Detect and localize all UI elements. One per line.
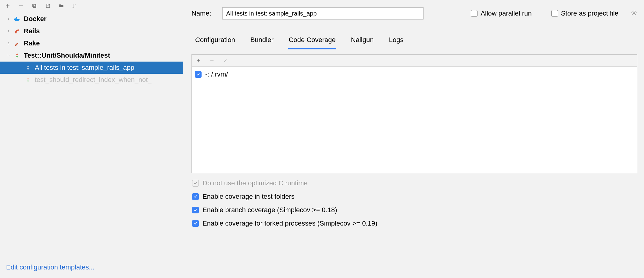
chevron-down-icon xyxy=(5,52,12,59)
checkbox-label: Allow parallel run xyxy=(481,9,532,17)
save-icon[interactable] xyxy=(45,2,51,9)
test-config-icon xyxy=(24,64,32,71)
svg-rect-7 xyxy=(16,17,17,18)
filters-list: -: /.rvm/ xyxy=(192,67,637,173)
remove-filter-icon[interactable] xyxy=(209,58,215,64)
option-label: Enable branch coverage (Simplecov >= 0.1… xyxy=(202,206,337,214)
test-icon xyxy=(13,52,21,59)
folder-icon[interactable] xyxy=(58,2,65,9)
sidebar-footer: Edit configuration templates... xyxy=(0,259,183,278)
tree-node-redirect-test[interactable]: test_should_redirect_index_when_not_ xyxy=(0,74,183,86)
tab-logs[interactable]: Logs xyxy=(388,34,404,49)
tab-nailgun[interactable]: Nailgun xyxy=(350,34,374,49)
filter-label: -: /.rvm/ xyxy=(205,70,228,78)
coverage-options: Do not use the optimized C runtime Enabl… xyxy=(191,179,637,227)
tree-node-rake[interactable]: Rake xyxy=(0,37,183,49)
rails-icon xyxy=(13,27,21,35)
store-project-checkbox[interactable]: Store as project file xyxy=(551,9,618,17)
checkbox-icon[interactable] xyxy=(192,220,199,227)
filters-toolbar xyxy=(192,55,637,67)
sidebar: az Docker Rails xyxy=(0,0,183,278)
opt-enable-coverage-test[interactable]: Enable coverage in test folders xyxy=(192,193,637,201)
checkbox-label: Store as project file xyxy=(561,9,618,17)
tree-label: Test::Unit/Shoulda/Minitest xyxy=(24,52,110,59)
chevron-right-icon xyxy=(5,28,12,34)
tree-label: Docker xyxy=(24,15,47,23)
svg-text:z: z xyxy=(75,6,76,9)
copy-icon[interactable] xyxy=(31,2,38,9)
add-icon[interactable] xyxy=(4,2,11,9)
tree-label: Rails xyxy=(24,27,40,35)
tree-label: All tests in test: sample_rails_app xyxy=(35,64,134,72)
opt-enable-branch[interactable]: Enable branch coverage (Simplecov >= 0.1… xyxy=(192,206,637,214)
tree-node-all-tests[interactable]: All tests in test: sample_rails_app xyxy=(0,62,183,74)
opt-enable-forked[interactable]: Enable coverage for forked processes (Si… xyxy=(192,219,637,227)
svg-rect-1 xyxy=(33,4,35,7)
tree-node-docker[interactable]: Docker xyxy=(0,13,183,25)
docker-icon xyxy=(13,15,21,23)
gear-icon[interactable] xyxy=(631,9,637,18)
chevron-right-icon xyxy=(5,16,12,22)
edit-templates-link[interactable]: Edit configuration templates... xyxy=(6,263,95,271)
option-label: Do not use the optimized C runtime xyxy=(202,179,308,187)
chevron-right-icon xyxy=(5,40,12,46)
config-tree: Docker Rails Rake xyxy=(0,11,183,259)
name-label: Name: xyxy=(191,9,211,17)
tree-label: Rake xyxy=(24,39,40,47)
main-panel: Name: Allow parallel run Store as projec… xyxy=(183,0,644,278)
checkbox-icon xyxy=(551,10,558,17)
name-input[interactable] xyxy=(222,7,424,20)
filter-item[interactable]: -: /.rvm/ xyxy=(195,69,634,80)
sidebar-toolbar: az xyxy=(0,0,183,11)
tree-node-testunit[interactable]: Test::Unit/Shoulda/Minitest xyxy=(0,49,183,62)
filters-panel: -: /.rvm/ xyxy=(191,54,637,173)
rake-icon xyxy=(13,40,21,47)
allow-parallel-checkbox[interactable]: Allow parallel run xyxy=(471,9,532,17)
checkbox-icon[interactable] xyxy=(192,193,199,200)
checkbox-icon[interactable] xyxy=(195,71,202,78)
tab-code-coverage[interactable]: Code Coverage xyxy=(288,34,336,49)
edit-filter-icon[interactable] xyxy=(222,58,228,64)
sort-az-icon[interactable]: az xyxy=(71,2,78,9)
option-label: Enable coverage in test folders xyxy=(202,193,295,201)
checkbox-icon xyxy=(192,180,199,187)
opt-no-optimized-c: Do not use the optimized C runtime xyxy=(192,179,637,187)
tab-bundler[interactable]: Bundler xyxy=(250,34,274,49)
tree-label: test_should_redirect_index_when_not_ xyxy=(35,76,152,84)
name-row: Name: Allow parallel run Store as projec… xyxy=(191,7,637,20)
svg-rect-0 xyxy=(33,5,36,7)
svg-rect-2 xyxy=(47,4,49,5)
tab-configuration[interactable]: Configuration xyxy=(195,34,236,49)
tabs: Configuration Bundler Code Coverage Nail… xyxy=(191,34,637,49)
test-config-icon xyxy=(24,76,32,84)
svg-point-8 xyxy=(633,12,635,14)
option-label: Enable coverage for forked processes (Si… xyxy=(202,219,377,227)
checkbox-icon xyxy=(471,10,478,17)
checkbox-icon[interactable] xyxy=(192,207,199,213)
remove-icon[interactable] xyxy=(18,2,24,9)
tree-node-rails[interactable]: Rails xyxy=(0,25,183,37)
add-filter-icon[interactable] xyxy=(195,58,202,64)
